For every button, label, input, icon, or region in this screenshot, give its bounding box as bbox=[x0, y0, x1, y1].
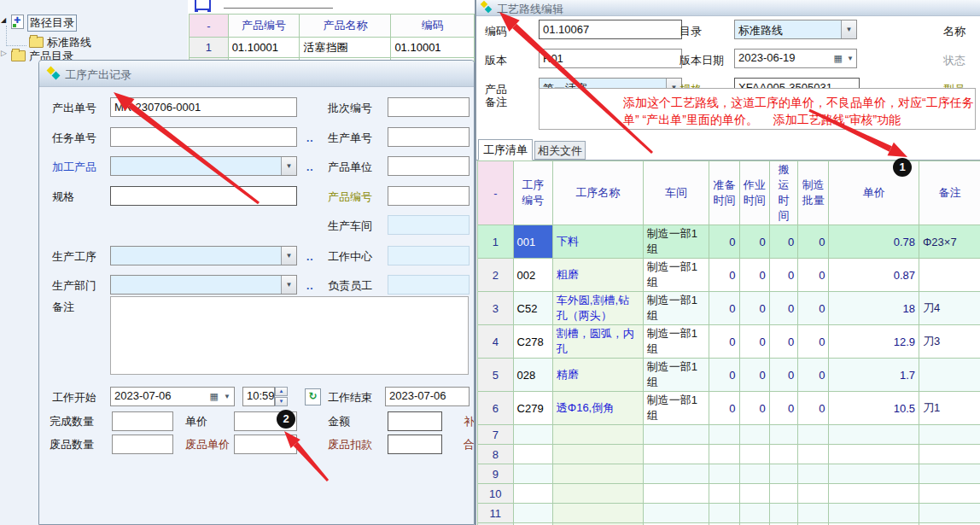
row-index-cell[interactable]: 4 bbox=[478, 325, 514, 359]
process-name-cell[interactable]: 透Φ16,倒角 bbox=[552, 392, 643, 425]
batch-cell[interactable]: 0 bbox=[798, 259, 829, 292]
workshop-cell[interactable]: 制造一部1组 bbox=[643, 359, 709, 392]
chevron-down-icon[interactable]: ▼ bbox=[841, 20, 856, 38]
move-time-cell[interactable]: 0 bbox=[769, 259, 797, 292]
chevron-down-icon[interactable]: ▼ bbox=[847, 55, 854, 62]
row-index-cell[interactable]: 11 bbox=[478, 504, 514, 523]
process-code-cell[interactable]: 028 bbox=[513, 359, 552, 392]
batch-cell[interactable] bbox=[798, 445, 829, 464]
route-version-date-input[interactable]: 2023-06-19 ▦ ▼ bbox=[734, 49, 857, 68]
row-index-cell[interactable]: 10 bbox=[478, 484, 514, 504]
prod-dept-lookup-dots[interactable]: .. bbox=[306, 280, 314, 292]
workshop-cell[interactable]: 制造一部1组 bbox=[643, 392, 709, 425]
prep-time-cell[interactable]: 0 bbox=[709, 225, 739, 259]
workshop-cell[interactable]: 制造一部1组 bbox=[643, 292, 709, 325]
work-time-cell[interactable]: 0 bbox=[739, 325, 769, 359]
product-col-header[interactable]: 产品编号 bbox=[228, 15, 300, 38]
move-time-cell[interactable]: 0 bbox=[769, 359, 797, 392]
prep-time-cell[interactable]: 0 bbox=[709, 259, 739, 292]
note-cell[interactable]: Φ23×7 bbox=[919, 225, 980, 259]
route-table-row[interactable]: 3C52车外圆,割槽,钻孔（两头）制造一部1组000018刀4 bbox=[478, 292, 980, 325]
calendar-icon[interactable]: ▦ bbox=[210, 390, 219, 402]
note-cell[interactable] bbox=[919, 445, 980, 464]
amount-input[interactable] bbox=[388, 411, 442, 431]
process-name-cell[interactable]: 割槽，圆弧，内孔 bbox=[552, 325, 643, 359]
route-panel-titlebar[interactable]: 工艺路线编辑 bbox=[476, 0, 980, 16]
process-code-cell[interactable] bbox=[513, 464, 552, 484]
process-code-cell[interactable]: 001 bbox=[513, 225, 552, 259]
process-name-cell[interactable]: 车外圆,割槽,钻孔（两头） bbox=[552, 292, 643, 325]
prep-time-cell[interactable]: 0 bbox=[709, 292, 739, 325]
batch-cell[interactable] bbox=[798, 484, 829, 504]
move-time-cell[interactable]: 0 bbox=[769, 392, 797, 425]
process-code-cell[interactable] bbox=[513, 445, 552, 464]
unit-price-cell[interactable]: 10.5 bbox=[829, 392, 919, 425]
process-code-cell[interactable] bbox=[513, 484, 552, 504]
row-index-cell[interactable]: 6 bbox=[478, 392, 514, 425]
move-time-cell[interactable] bbox=[769, 464, 797, 484]
note-cell[interactable] bbox=[919, 425, 980, 445]
unit-price-cell[interactable]: 1.7 bbox=[829, 359, 919, 392]
unit-price-cell[interactable] bbox=[829, 445, 919, 464]
dialog-titlebar[interactable]: 工序产出记录 bbox=[39, 61, 474, 87]
note-cell[interactable]: 刀1 bbox=[919, 392, 980, 425]
product-cell[interactable]: 01.10001 bbox=[391, 38, 475, 58]
note-cell[interactable] bbox=[919, 484, 980, 504]
process-name-cell[interactable] bbox=[552, 464, 643, 484]
prep-time-cell[interactable] bbox=[709, 425, 739, 445]
route-col-header[interactable]: - bbox=[478, 161, 514, 225]
batch-cell[interactable]: 0 bbox=[798, 292, 829, 325]
row-index-cell[interactable]: 8 bbox=[478, 445, 514, 464]
route-table-row[interactable]: 2002粗磨制造一部1组00000.87 bbox=[478, 259, 980, 292]
product-col-header[interactable]: 产品名称 bbox=[300, 15, 391, 38]
scrap-price-input[interactable] bbox=[234, 435, 297, 454]
chevron-down-icon[interactable]: ▼ bbox=[281, 247, 296, 265]
task-no-input[interactable] bbox=[110, 127, 297, 147]
workshop-cell[interactable] bbox=[643, 504, 709, 523]
workshop-cell[interactable] bbox=[643, 484, 709, 504]
move-time-cell[interactable]: 0 bbox=[769, 292, 797, 325]
product-unit-input[interactable] bbox=[388, 156, 470, 176]
batch-cell[interactable] bbox=[798, 425, 829, 445]
chevron-down-icon[interactable]: ▼ bbox=[224, 393, 230, 400]
work-time-cell[interactable] bbox=[739, 445, 769, 464]
spinner-down-icon[interactable]: ▼ bbox=[275, 397, 288, 406]
workshop-cell[interactable]: 制造一部1组 bbox=[643, 325, 709, 359]
prep-time-cell[interactable]: 0 bbox=[709, 359, 739, 392]
tree-item-label[interactable]: 路径目录 bbox=[27, 15, 77, 32]
prep-time-cell[interactable] bbox=[709, 484, 739, 504]
batch-cell[interactable]: 0 bbox=[798, 325, 829, 359]
note-cell[interactable] bbox=[919, 259, 980, 292]
process-code-cell[interactable]: 002 bbox=[513, 259, 552, 292]
process-code-cell[interactable]: C278 bbox=[513, 325, 552, 359]
workshop-cell[interactable]: 制造一部1组 bbox=[643, 259, 709, 292]
process-code-cell[interactable] bbox=[513, 425, 552, 445]
note-cell[interactable]: 刀4 bbox=[919, 292, 980, 325]
note-cell[interactable] bbox=[919, 464, 980, 484]
route-table-row[interactable]: 5028精磨制造一部1组00001.7 bbox=[478, 359, 980, 392]
note-cell[interactable] bbox=[919, 359, 980, 392]
note-cell[interactable]: 刀3 bbox=[919, 325, 980, 359]
work-time-cell[interactable]: 0 bbox=[739, 225, 769, 259]
row-index-cell[interactable]: 2 bbox=[478, 259, 514, 292]
work-time-cell[interactable]: 0 bbox=[739, 292, 769, 325]
prep-time-cell[interactable]: 0 bbox=[709, 325, 739, 359]
prod-no-input[interactable] bbox=[388, 127, 470, 147]
work-end-date-input[interactable]: 2023-07-06 bbox=[385, 387, 470, 406]
route-table-row[interactable]: 7 bbox=[478, 425, 980, 445]
workshop-cell[interactable] bbox=[643, 425, 709, 445]
spec-input[interactable] bbox=[110, 186, 297, 206]
process-code-cell[interactable]: C279 bbox=[513, 392, 552, 425]
chevron-down-icon[interactable]: ▼ bbox=[281, 157, 296, 175]
scrap-qty-input[interactable] bbox=[112, 435, 173, 454]
move-time-cell[interactable] bbox=[769, 445, 797, 464]
unit-price-cell[interactable] bbox=[829, 464, 919, 484]
expander-collapsed-icon[interactable]: ▷ bbox=[1, 49, 7, 57]
row-index-cell[interactable]: 9 bbox=[478, 464, 514, 484]
route-table-row[interactable]: 9 bbox=[478, 464, 980, 484]
product-cell[interactable]: 01.10001 bbox=[228, 38, 300, 58]
prod-dept-combo[interactable]: ▼ bbox=[110, 275, 297, 295]
unit-price-cell[interactable] bbox=[829, 484, 919, 504]
route-table-row[interactable]: 1001下料制造一部1组00000.78Φ23×7 bbox=[478, 225, 980, 259]
prep-time-cell[interactable] bbox=[709, 464, 739, 484]
